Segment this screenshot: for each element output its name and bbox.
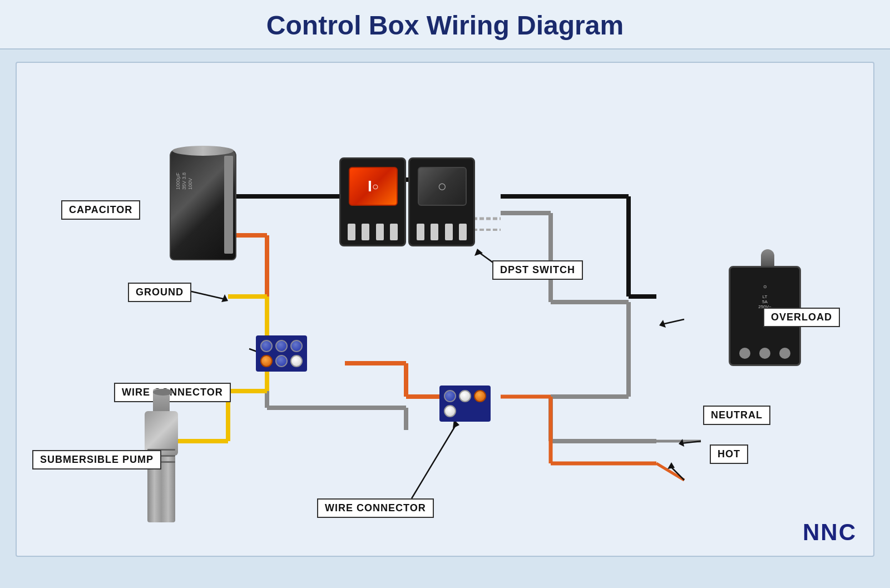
- svg-line-49: [670, 466, 684, 480]
- capacitor-label: CAPACITOR: [61, 200, 140, 220]
- svg-marker-48: [679, 439, 684, 447]
- connector-circle-white: [444, 405, 456, 417]
- connector-circle: [444, 390, 456, 402]
- switch-rocker-red: I○: [349, 167, 398, 206]
- connector-circle-orange: [474, 390, 486, 402]
- switch-pin: [459, 224, 467, 240]
- svg-line-41: [412, 424, 456, 498]
- page-title: Control Box Wiring Diagram: [0, 10, 890, 41]
- nnc-logo: NNC: [803, 519, 857, 546]
- overload-label: OVERLOAD: [763, 308, 840, 327]
- ground-label: GROUND: [128, 283, 191, 302]
- overload-terminal: [779, 348, 790, 359]
- capacitor-text: 1000μF35V 3.8100V: [175, 172, 193, 190]
- switch-pin: [376, 224, 384, 240]
- switch-black: ○: [408, 157, 475, 246]
- dpst-switch-component: I○ ○: [339, 157, 475, 246]
- switch-pin: [431, 224, 438, 240]
- switch-red: I○: [339, 157, 406, 246]
- overload-text: ⊙LT5A250V~: [730, 268, 799, 309]
- pump-connector-ring: [153, 389, 173, 396]
- overload-terminal: [739, 348, 750, 359]
- capacitor-stripe: [224, 156, 233, 254]
- svg-marker-46: [659, 320, 666, 328]
- connector-circle-orange: [260, 355, 273, 367]
- svg-marker-36: [221, 294, 228, 302]
- dpst-switch-label: DPST SWITCH: [492, 260, 583, 280]
- svg-marker-40: [474, 249, 483, 256]
- connector-circle-white: [290, 355, 303, 367]
- connector-circle: [290, 340, 303, 352]
- switch-pin: [445, 224, 453, 240]
- overload-top-connector: [761, 249, 774, 266]
- pump-top-connector: [153, 389, 170, 411]
- wire-connector-2-label: WIRE CONNECTOR: [317, 498, 434, 518]
- svg-line-25: [656, 463, 684, 480]
- connector-block-1: [256, 335, 307, 372]
- switch-pins: [344, 224, 401, 240]
- svg-line-45: [662, 319, 684, 324]
- capacitor-component: 1000μF35V 3.8100V: [159, 149, 248, 266]
- connector-block-2: [439, 386, 491, 422]
- switch-pin: [362, 224, 369, 240]
- svg-line-35: [189, 291, 225, 299]
- connector-circle: [275, 340, 288, 352]
- connector-circle: [260, 340, 273, 352]
- switch-pin: [417, 224, 424, 240]
- svg-line-47: [681, 441, 701, 443]
- pump-head: [145, 411, 178, 456]
- svg-marker-50: [668, 462, 675, 469]
- overload-terminals: [735, 348, 795, 359]
- diagram-area: 1000μF35V 3.8100V CAPACITOR GROUND WIRE …: [16, 62, 874, 557]
- switch-pins-2: [413, 224, 470, 240]
- wire-connector-2-component: [439, 386, 491, 422]
- capacitor-body: 1000μF35V 3.8100V: [170, 149, 236, 260]
- capacitor-top: [172, 146, 234, 156]
- header: Control Box Wiring Diagram: [0, 0, 890, 50]
- submersible-pump-label: SUBMERSIBLE PUMP: [32, 450, 161, 470]
- overload-terminal: [759, 348, 770, 359]
- wire-connector-1-component: [256, 335, 307, 372]
- switch-pin: [348, 224, 355, 240]
- neutral-label: NEUTRAL: [703, 406, 770, 425]
- connector-circle: [275, 355, 288, 367]
- switch-rocker-black: ○: [418, 167, 467, 206]
- hot-label: HOT: [710, 444, 748, 464]
- connector-circle-white: [459, 390, 471, 402]
- switch-pin: [390, 224, 398, 240]
